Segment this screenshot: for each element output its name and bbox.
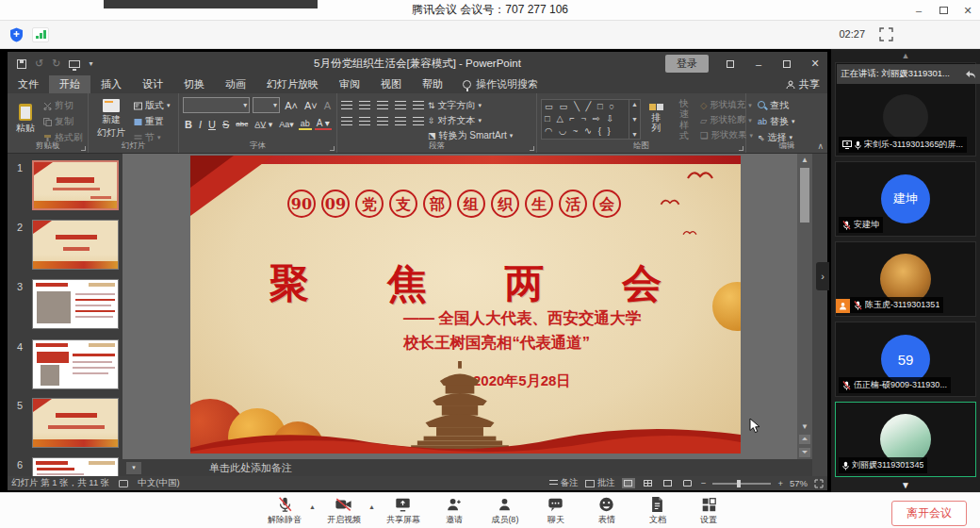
save-icon[interactable]	[17, 59, 26, 69]
slide-thumbnail-4[interactable]	[32, 339, 119, 389]
fit-to-window-icon[interactable]	[814, 479, 824, 488]
scrollbar-thumb[interactable]	[800, 168, 809, 223]
slide-sorter-view-button[interactable]	[642, 478, 655, 488]
align-right-icon[interactable]	[377, 117, 388, 126]
change-case-button[interactable]: Aa▾	[277, 120, 296, 129]
text-direction-button[interactable]: ⇅文字方向▾	[428, 99, 513, 112]
next-slide-button[interactable]: ⏷	[799, 448, 810, 457]
tab-home[interactable]: 开始	[49, 75, 90, 93]
slide-thumbnail-5[interactable]	[32, 398, 119, 448]
chat-button[interactable]: 聊天	[533, 496, 579, 526]
minimize-button[interactable]: –	[906, 0, 931, 21]
highlight-color-button[interactable]: ab	[299, 119, 312, 130]
replace-button[interactable]: ab替换▾	[758, 115, 795, 128]
new-slide-button[interactable]: 新建 幻灯片	[92, 97, 130, 140]
arrange-button[interactable]: 排列	[645, 97, 668, 140]
strikethrough-button[interactable]: S	[220, 119, 231, 130]
leave-meeting-button[interactable]: 离开会议	[891, 501, 967, 526]
normal-view-button[interactable]	[622, 478, 635, 488]
line-spacing-icon[interactable]	[413, 101, 424, 110]
layout-button[interactable]: 版式▾	[134, 99, 171, 112]
tab-animations[interactable]: 动画	[215, 75, 256, 93]
cut-button[interactable]: 剪切	[43, 99, 83, 112]
slide-thumbnail-6[interactable]	[32, 457, 119, 476]
tab-review[interactable]: 审阅	[329, 75, 370, 93]
slideshow-icon[interactable]	[69, 60, 80, 68]
jump-to-speaker-icon[interactable]	[965, 70, 976, 79]
emoji-button[interactable]: 表情	[584, 496, 629, 526]
network-signal-icon[interactable]	[32, 27, 49, 42]
scroll-participants-down[interactable]: ▼	[831, 480, 980, 490]
participant-tile-active-speaker[interactable]: 刘丽媛3119301345	[835, 402, 976, 477]
notes-bar[interactable]: ▾ 单击此处添加备注	[122, 459, 812, 476]
shrink-font-button[interactable]: A˅	[302, 100, 319, 111]
tell-me-search[interactable]: 操作说明搜索	[453, 75, 547, 93]
scroll-up-icon[interactable]: ▲	[801, 156, 808, 164]
copy-button[interactable]: 复制	[43, 115, 83, 128]
zoom-out-button[interactable]: −	[701, 478, 707, 488]
slideshow-view-button[interactable]	[681, 478, 694, 488]
previous-slide-button[interactable]: ⏶	[799, 435, 810, 444]
participant-tile[interactable]: 59 伍正楠-硕9009-311930...	[835, 322, 976, 397]
ppt-close-button[interactable]: ✕	[803, 52, 827, 75]
shape-fill-button[interactable]: ◇形状填充▾	[700, 99, 753, 111]
decrease-indent-icon[interactable]	[377, 101, 388, 110]
members-button[interactable]: 成员(8)	[482, 496, 528, 526]
justify-icon[interactable]	[395, 117, 406, 126]
numbering-icon[interactable]	[359, 101, 370, 110]
align-text-button[interactable]: ⇳对齐文本▾	[428, 114, 513, 127]
tab-design[interactable]: 设计	[132, 75, 173, 93]
sidebar-collapse-handle[interactable]: ›	[816, 262, 829, 290]
ppt-restore-button[interactable]	[775, 52, 799, 75]
zoom-slider[interactable]	[712, 483, 771, 485]
notes-placeholder[interactable]: 单击此处添加备注	[141, 461, 292, 475]
share-screen-button[interactable]: 共享屏幕	[381, 496, 426, 526]
drawing-dialog-launcher[interactable]	[739, 146, 743, 151]
char-spacing-button[interactable]: A̲V̲ ▾	[253, 120, 274, 129]
video-options-caret[interactable]: ▲	[368, 503, 375, 510]
settings-button[interactable]: 设置	[686, 496, 731, 526]
font-dialog-launcher[interactable]	[330, 146, 335, 151]
font-name-combo[interactable]: ▾	[183, 97, 250, 113]
align-left-icon[interactable]	[341, 117, 352, 126]
slide-thumbnail-2[interactable]	[32, 220, 119, 270]
tab-help[interactable]: 帮助	[412, 75, 453, 93]
scroll-participants-up[interactable]: ▲	[831, 51, 980, 60]
start-video-button[interactable]: 开启视频	[321, 496, 367, 526]
reset-button[interactable]: 重置	[134, 115, 171, 128]
collapse-ribbon-button[interactable]: ∧	[817, 141, 824, 151]
participant-tile[interactable]: 陈玉虎-3119301351	[835, 241, 976, 317]
tab-slideshow[interactable]: 幻灯片放映	[256, 75, 329, 93]
bullets-icon[interactable]	[341, 101, 352, 110]
security-shield-icon[interactable]	[9, 27, 24, 46]
language-status[interactable]: 中文(中国)	[138, 477, 179, 489]
qat-dropdown-icon[interactable]: ▾	[89, 59, 92, 68]
shapes-gallery[interactable]: ▭ ▭ ╲ ╱ □ ○ □ △ ⌐ ¬ ⇨ ⇩ ◠ ◡ ~ ∿ { }	[541, 99, 629, 140]
reading-view-button[interactable]	[662, 478, 675, 488]
zoom-percent[interactable]: 57%	[790, 478, 808, 488]
grow-font-button[interactable]: A˄	[283, 100, 300, 111]
redo-icon[interactable]: ↻	[52, 58, 60, 70]
slide-vertical-scrollbar[interactable]: ▲ ▼ ⏶ ⏷	[797, 154, 812, 459]
bold-button[interactable]: B	[183, 119, 194, 130]
comments-toggle[interactable]: 批注	[585, 477, 615, 489]
shapes-gallery-scroll[interactable]: ▲▼▼	[629, 99, 641, 140]
tab-transitions[interactable]: 切换	[173, 75, 215, 93]
paragraph-dialog-launcher[interactable]	[530, 146, 534, 151]
clear-format-button[interactable]: A	[322, 100, 333, 111]
ribbon-options-button[interactable]	[718, 52, 743, 75]
undo-icon[interactable]: ↺	[35, 58, 43, 70]
docs-button[interactable]: 文档	[635, 496, 680, 526]
columns-icon[interactable]	[413, 117, 424, 126]
unmute-button[interactable]: 解除静音	[262, 496, 307, 526]
audio-options-caret[interactable]: ▲	[309, 503, 316, 510]
participant-tile[interactable]: 建坤 安建坤	[835, 161, 976, 237]
align-center-icon[interactable]	[359, 117, 370, 126]
slide-canvas[interactable]: 90 09 党 支 部 组 织 生 活 会 聚 焦 两 会 —— 全国人大代表、…	[190, 156, 741, 454]
shape-outline-button[interactable]: ▱形状轮廓▾	[700, 114, 753, 126]
zoom-in-button[interactable]: +	[777, 478, 783, 488]
fullscreen-icon[interactable]	[879, 27, 893, 45]
paste-button[interactable]: 粘贴	[11, 97, 40, 140]
underline-button[interactable]: U	[206, 119, 218, 130]
shadow-button[interactable]: abc	[234, 120, 250, 128]
